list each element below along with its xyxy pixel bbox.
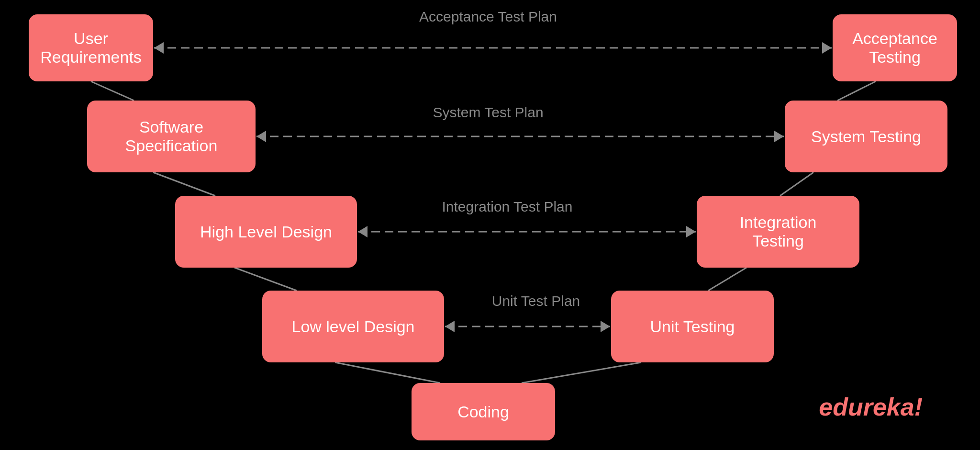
diagram-container: Acceptance Testing (bidirectional dashed… <box>0 0 980 450</box>
svg-line-15 <box>335 362 440 383</box>
high-level-design-box: High Level Design <box>175 196 357 268</box>
svg-marker-7 <box>358 226 368 237</box>
svg-marker-8 <box>686 226 696 237</box>
brand-accent: ! <box>914 393 923 421</box>
svg-line-17 <box>780 172 813 196</box>
svg-marker-10 <box>445 321 455 332</box>
user-requirements-box: User Requirements <box>29 14 153 81</box>
svg-line-16 <box>837 81 876 101</box>
acceptance-testing-box: AcceptanceTesting <box>833 14 957 81</box>
integration-testing-box: IntegrationTesting <box>697 196 859 268</box>
unit-testing-box: Unit Testing <box>611 291 774 362</box>
svg-line-18 <box>708 268 746 291</box>
unit-test-plan-label: Unit Test Plan <box>450 293 622 309</box>
brand-text: edureka <box>819 393 914 421</box>
system-testing-box: System Testing <box>785 101 947 172</box>
svg-marker-11 <box>601 321 610 332</box>
svg-marker-1 <box>154 42 164 54</box>
brand-logo: edureka! <box>819 393 923 421</box>
svg-marker-4 <box>256 131 266 142</box>
integration-test-plan-label: Integration Test Plan <box>388 199 627 215</box>
software-specification-box: SoftwareSpecification <box>87 101 256 172</box>
acceptance-test-plan-label: Acceptance Test Plan <box>359 9 617 25</box>
svg-line-13 <box>153 172 215 196</box>
svg-line-14 <box>234 268 297 291</box>
low-level-design-box: Low level Design <box>262 291 444 362</box>
svg-line-19 <box>522 362 641 383</box>
svg-marker-5 <box>774 131 784 142</box>
svg-marker-2 <box>822 42 832 54</box>
system-test-plan-label: System Test Plan <box>373 104 603 121</box>
svg-line-12 <box>91 81 134 101</box>
coding-box: Coding <box>412 383 555 440</box>
